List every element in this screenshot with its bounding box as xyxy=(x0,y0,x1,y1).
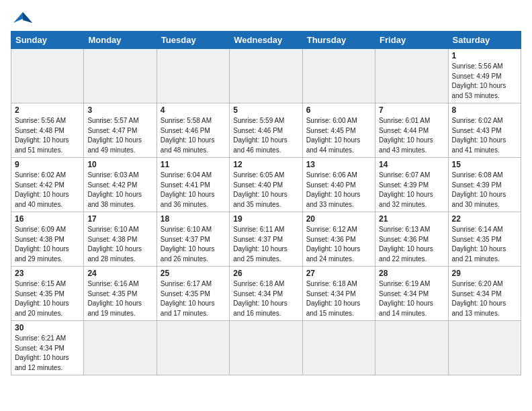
day-number: 4 xyxy=(161,105,226,115)
weekday-header-row: SundayMondayTuesdayWednesdayThursdayFrid… xyxy=(11,32,521,49)
day-number: 17 xyxy=(87,214,152,224)
day-cell: 2Sunrise: 5:56 AM Sunset: 4:48 PM Daylig… xyxy=(11,103,84,158)
day-number: 8 xyxy=(452,105,517,115)
day-info: Sunrise: 6:16 AM Sunset: 4:35 PM Dayligh… xyxy=(87,279,152,318)
week-row-4: 16Sunrise: 6:09 AM Sunset: 4:38 PM Dayli… xyxy=(11,212,521,267)
header xyxy=(11,11,521,26)
day-cell xyxy=(375,49,448,103)
day-info: Sunrise: 6:09 AM Sunset: 4:38 PM Dayligh… xyxy=(15,225,80,264)
day-cell: 25Sunrise: 6:17 AM Sunset: 4:35 PM Dayli… xyxy=(157,267,229,321)
day-cell: 22Sunrise: 6:14 AM Sunset: 4:35 PM Dayli… xyxy=(448,212,521,267)
day-info: Sunrise: 6:21 AM Sunset: 4:34 PM Dayligh… xyxy=(15,334,80,373)
day-cell xyxy=(230,321,302,375)
day-info: Sunrise: 6:18 AM Sunset: 4:34 PM Dayligh… xyxy=(233,279,298,318)
week-row-3: 9Sunrise: 6:02 AM Sunset: 4:42 PM Daylig… xyxy=(11,158,521,212)
day-cell: 5Sunrise: 5:59 AM Sunset: 4:46 PM Daylig… xyxy=(230,103,302,158)
weekday-header-saturday: Saturday xyxy=(448,32,521,49)
day-cell: 18Sunrise: 6:10 AM Sunset: 4:37 PM Dayli… xyxy=(157,212,229,267)
day-number: 16 xyxy=(15,214,80,224)
weekday-header-friday: Friday xyxy=(375,32,448,49)
day-info: Sunrise: 6:07 AM Sunset: 4:39 PM Dayligh… xyxy=(379,171,444,210)
weekday-header-wednesday: Wednesday xyxy=(230,32,302,49)
day-number: 12 xyxy=(233,160,298,169)
day-number: 13 xyxy=(306,160,371,169)
day-info: Sunrise: 6:12 AM Sunset: 4:36 PM Dayligh… xyxy=(306,225,371,264)
day-cell: 6Sunrise: 6:00 AM Sunset: 4:45 PM Daylig… xyxy=(302,103,375,158)
day-number: 10 xyxy=(87,160,152,169)
day-number: 7 xyxy=(379,105,444,115)
day-info: Sunrise: 6:05 AM Sunset: 4:40 PM Dayligh… xyxy=(233,171,298,210)
day-info: Sunrise: 6:01 AM Sunset: 4:44 PM Dayligh… xyxy=(379,116,444,155)
day-info: Sunrise: 6:18 AM Sunset: 4:34 PM Dayligh… xyxy=(306,279,371,318)
calendar-table: SundayMondayTuesdayWednesdayThursdayFrid… xyxy=(11,31,521,375)
day-cell: 20Sunrise: 6:12 AM Sunset: 4:36 PM Dayli… xyxy=(302,212,375,267)
day-cell xyxy=(84,49,157,103)
day-cell xyxy=(157,49,229,103)
day-info: Sunrise: 6:04 AM Sunset: 4:41 PM Dayligh… xyxy=(161,171,226,210)
day-info: Sunrise: 6:00 AM Sunset: 4:45 PM Dayligh… xyxy=(306,116,371,155)
logo xyxy=(11,11,32,26)
weekday-header-sunday: Sunday xyxy=(11,32,84,49)
day-number: 23 xyxy=(15,269,80,278)
day-cell: 7Sunrise: 6:01 AM Sunset: 4:44 PM Daylig… xyxy=(375,103,448,158)
day-info: Sunrise: 5:58 AM Sunset: 4:46 PM Dayligh… xyxy=(161,116,226,155)
day-number: 29 xyxy=(452,269,517,278)
weekday-header-monday: Monday xyxy=(84,32,157,49)
day-cell: 28Sunrise: 6:19 AM Sunset: 4:34 PM Dayli… xyxy=(375,267,448,321)
day-number: 30 xyxy=(15,323,80,332)
day-cell: 26Sunrise: 6:18 AM Sunset: 4:34 PM Dayli… xyxy=(230,267,302,321)
day-number: 26 xyxy=(233,269,298,278)
day-cell: 11Sunrise: 6:04 AM Sunset: 4:41 PM Dayli… xyxy=(157,158,229,212)
day-number: 21 xyxy=(379,214,444,224)
day-cell: 16Sunrise: 6:09 AM Sunset: 4:38 PM Dayli… xyxy=(11,212,84,267)
day-number: 24 xyxy=(87,269,152,278)
calendar-page: SundayMondayTuesdayWednesdayThursdayFrid… xyxy=(0,0,532,382)
day-number: 19 xyxy=(233,214,298,224)
day-number: 2 xyxy=(15,105,80,115)
day-info: Sunrise: 6:08 AM Sunset: 4:39 PM Dayligh… xyxy=(452,171,517,210)
day-number: 22 xyxy=(452,214,517,224)
day-cell xyxy=(302,49,375,103)
day-info: Sunrise: 6:02 AM Sunset: 4:43 PM Dayligh… xyxy=(452,116,517,155)
week-row-2: 2Sunrise: 5:56 AM Sunset: 4:48 PM Daylig… xyxy=(11,103,521,158)
day-info: Sunrise: 6:02 AM Sunset: 4:42 PM Dayligh… xyxy=(15,171,80,210)
day-number: 3 xyxy=(87,105,152,115)
day-number: 28 xyxy=(379,269,444,278)
day-number: 15 xyxy=(452,160,517,169)
week-row-5: 23Sunrise: 6:15 AM Sunset: 4:35 PM Dayli… xyxy=(11,267,521,321)
day-cell: 30Sunrise: 6:21 AM Sunset: 4:34 PM Dayli… xyxy=(11,321,84,375)
day-cell: 4Sunrise: 5:58 AM Sunset: 4:46 PM Daylig… xyxy=(157,103,229,158)
week-row-6: 30Sunrise: 6:21 AM Sunset: 4:34 PM Dayli… xyxy=(11,321,521,375)
day-info: Sunrise: 6:14 AM Sunset: 4:35 PM Dayligh… xyxy=(452,225,517,264)
weekday-header-tuesday: Tuesday xyxy=(157,32,229,49)
day-cell: 15Sunrise: 6:08 AM Sunset: 4:39 PM Dayli… xyxy=(448,158,521,212)
day-cell: 12Sunrise: 6:05 AM Sunset: 4:40 PM Dayli… xyxy=(230,158,302,212)
day-number: 11 xyxy=(161,160,226,169)
day-number: 14 xyxy=(379,160,444,169)
day-number: 6 xyxy=(306,105,371,115)
day-info: Sunrise: 6:13 AM Sunset: 4:36 PM Dayligh… xyxy=(379,225,444,264)
day-cell: 23Sunrise: 6:15 AM Sunset: 4:35 PM Dayli… xyxy=(11,267,84,321)
day-cell xyxy=(448,321,521,375)
day-info: Sunrise: 6:06 AM Sunset: 4:40 PM Dayligh… xyxy=(306,171,371,210)
day-cell: 14Sunrise: 6:07 AM Sunset: 4:39 PM Dayli… xyxy=(375,158,448,212)
day-info: Sunrise: 6:10 AM Sunset: 4:38 PM Dayligh… xyxy=(87,225,152,264)
day-info: Sunrise: 6:15 AM Sunset: 4:35 PM Dayligh… xyxy=(15,279,80,318)
day-cell: 27Sunrise: 6:18 AM Sunset: 4:34 PM Dayli… xyxy=(302,267,375,321)
day-number: 27 xyxy=(306,269,371,278)
week-row-1: 1Sunrise: 5:56 AM Sunset: 4:49 PM Daylig… xyxy=(11,49,521,103)
day-cell: 8Sunrise: 6:02 AM Sunset: 4:43 PM Daylig… xyxy=(448,103,521,158)
day-cell xyxy=(84,321,157,375)
day-cell: 29Sunrise: 6:20 AM Sunset: 4:34 PM Dayli… xyxy=(448,267,521,321)
day-number: 18 xyxy=(161,214,226,224)
day-cell xyxy=(11,49,84,103)
day-number: 25 xyxy=(161,269,226,278)
weekday-header-thursday: Thursday xyxy=(302,32,375,49)
day-cell xyxy=(157,321,229,375)
day-cell xyxy=(302,321,375,375)
day-info: Sunrise: 6:20 AM Sunset: 4:34 PM Dayligh… xyxy=(452,279,517,318)
day-info: Sunrise: 5:56 AM Sunset: 4:49 PM Dayligh… xyxy=(452,62,517,101)
day-cell: 3Sunrise: 5:57 AM Sunset: 4:47 PM Daylig… xyxy=(84,103,157,158)
day-info: Sunrise: 5:59 AM Sunset: 4:46 PM Dayligh… xyxy=(233,116,298,155)
day-info: Sunrise: 6:19 AM Sunset: 4:34 PM Dayligh… xyxy=(379,279,444,318)
